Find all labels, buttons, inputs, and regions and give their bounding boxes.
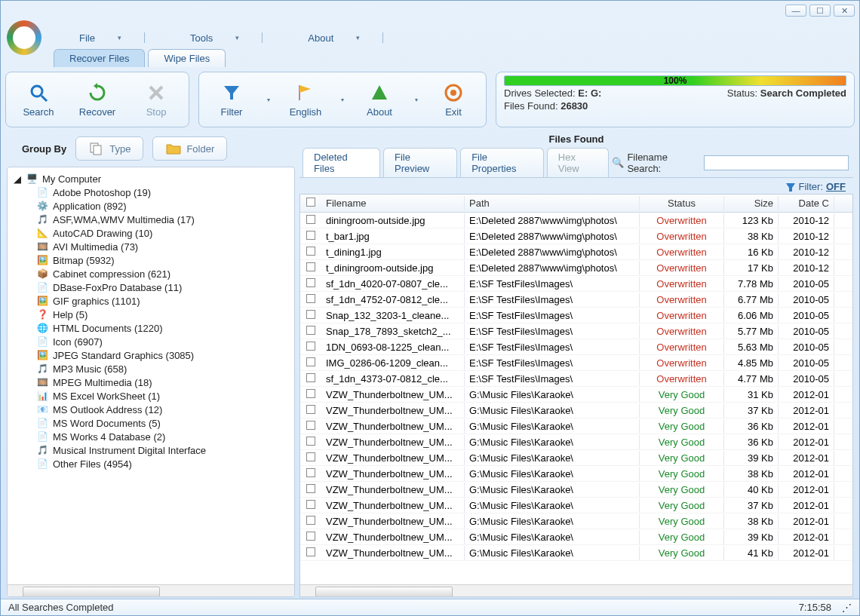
row-checkbox[interactable]	[306, 421, 315, 430]
row-checkbox[interactable]	[306, 262, 315, 271]
tree-item[interactable]: 🎵Musical Instrument Digital Interface	[15, 443, 293, 457]
table-body[interactable]: diningroom-outside.jpgE:\Deleted 2887\ww…	[300, 213, 852, 584]
filter-button[interactable]: Filter	[202, 75, 261, 124]
collapse-icon[interactable]: ◢	[14, 173, 21, 185]
table-row[interactable]: Snap_132_3203-1_cleane...E:\SF TestFiles…	[300, 308, 852, 323]
chevron-down-icon[interactable]: ▾	[341, 97, 344, 103]
tree-item[interactable]: 📧MS Outlook Address (12)	[15, 403, 293, 416]
close-button[interactable]: ✕	[834, 5, 855, 17]
tree-item[interactable]: 📄Icon (6907)	[15, 335, 293, 348]
tab-deleted-files[interactable]: Deleted Files	[303, 148, 380, 177]
col-date[interactable]: Date C	[779, 196, 834, 210]
chevron-down-icon[interactable]: ▾	[267, 97, 270, 103]
tab-file-properties[interactable]: File Properties	[460, 148, 544, 177]
table-row[interactable]: Snap_178_7893_sketch2_...E:\SF TestFiles…	[300, 323, 852, 339]
tree-item[interactable]: 📄MS Works 4 Database (2)	[15, 430, 293, 443]
col-status[interactable]: Status	[640, 196, 724, 210]
tree-item[interactable]: 📦Cabinet compression (621)	[15, 267, 293, 280]
language-button[interactable]: English	[276, 75, 335, 124]
row-checkbox[interactable]	[306, 547, 315, 556]
tab-file-preview[interactable]: File Preview	[383, 148, 457, 177]
menu-about[interactable]: About▾	[308, 32, 383, 44]
tree-item[interactable]: 🎞️AVI Multimedia (73)	[15, 240, 293, 253]
row-checkbox[interactable]	[306, 342, 315, 351]
row-checkbox[interactable]	[306, 231, 315, 240]
table-row[interactable]: VZW_Thunderboltnew_UM...G:\Music Files\K…	[300, 513, 852, 529]
tab-recover-files[interactable]: Recover Files	[54, 49, 145, 67]
table-row[interactable]: sf_1dn_4752-07-0812_cle...E:\SF TestFile…	[300, 292, 852, 308]
col-filename[interactable]: Filename	[321, 196, 465, 210]
select-all-checkbox[interactable]	[306, 198, 315, 207]
search-button[interactable]: Search	[9, 75, 68, 124]
tree-item[interactable]: 🎞️MPEG Multimedia (18)	[15, 375, 293, 389]
tree-item[interactable]: 📄MS Word Documents (5)	[15, 416, 293, 430]
groupby-folder-button[interactable]: Folder	[152, 136, 227, 161]
row-checkbox[interactable]	[306, 247, 315, 256]
table-row[interactable]: VZW_Thunderboltnew_UM...G:\Music Files\K…	[300, 403, 852, 418]
row-checkbox[interactable]	[306, 357, 315, 366]
table-row[interactable]: sf_1dn_4373-07-0812_cle...E:\SF TestFile…	[300, 371, 852, 387]
menu-tools[interactable]: Tools▾	[190, 32, 263, 44]
exit-button[interactable]: Exit	[424, 75, 483, 124]
table-row[interactable]: VZW_Thunderboltnew_UM...G:\Music Files\K…	[300, 498, 852, 513]
table-row[interactable]: IMG_0286-06-1209_clean...E:\SF TestFiles…	[300, 355, 852, 371]
table-row[interactable]: t_diningroom-outside.jpgE:\Deleted 2887\…	[300, 260, 852, 276]
tree-item[interactable]: 📄Other Files (4954)	[15, 457, 293, 470]
tab-hex-view[interactable]: Hex View	[547, 148, 610, 177]
table-row[interactable]: VZW_Thunderboltnew_UM...G:\Music Files\K…	[300, 545, 852, 561]
horizontal-scrollbar[interactable]	[8, 584, 294, 596]
row-checkbox[interactable]	[306, 326, 315, 335]
row-checkbox[interactable]	[306, 294, 315, 303]
row-checkbox[interactable]	[306, 215, 315, 224]
menu-file[interactable]: File▾	[79, 32, 145, 44]
tree-item[interactable]: 📐AutoCAD Drawing (10)	[15, 226, 293, 240]
table-row[interactable]: sf_1dn_4020-07-0807_cle...E:\SF TestFile…	[300, 276, 852, 292]
col-size[interactable]: Size	[724, 196, 779, 210]
row-checkbox[interactable]	[306, 516, 315, 525]
row-checkbox[interactable]	[306, 310, 315, 319]
row-checkbox[interactable]	[306, 405, 315, 414]
filter-status[interactable]: Filter: OFF	[299, 178, 853, 194]
row-checkbox[interactable]	[306, 484, 315, 493]
row-checkbox[interactable]	[306, 373, 315, 382]
tree-item[interactable]: 🖼️JPEG Standard Graphics (3085)	[15, 348, 293, 362]
table-row[interactable]: 1DN_0693-08-1225_clean...E:\SF TestFiles…	[300, 339, 852, 355]
row-checkbox[interactable]	[306, 278, 315, 287]
maximize-button[interactable]: ☐	[809, 5, 831, 17]
chevron-down-icon[interactable]: ▾	[415, 97, 418, 103]
table-row[interactable]: t_dining1.jpgE:\Deleted 2887\www\img\pho…	[300, 244, 852, 260]
minimize-button[interactable]: —	[785, 5, 806, 17]
resize-grip-icon[interactable]: ⋰	[842, 602, 852, 613]
tree-item[interactable]: 📊MS Excel WorkSheet (1)	[15, 389, 293, 403]
tree-item[interactable]: 🖼️GIF graphics (1101)	[15, 294, 293, 308]
table-row[interactable]: VZW_Thunderboltnew_UM...G:\Music Files\K…	[300, 482, 852, 498]
col-path[interactable]: Path	[465, 196, 640, 210]
table-row[interactable]: t_bar1.jpgE:\Deleted 2887\www\img\photos…	[300, 228, 852, 244]
tab-wipe-files[interactable]: Wipe Files	[148, 49, 226, 67]
table-row[interactable]: VZW_Thunderboltnew_UM...G:\Music Files\K…	[300, 434, 852, 450]
tree-item[interactable]: 📄Adobe Photoshop (19)	[15, 185, 293, 199]
groupby-type-button[interactable]: Type	[75, 136, 143, 161]
file-type-tree[interactable]: ◢ 🖥️ My Computer 📄Adobe Photoshop (19)⚙️…	[8, 167, 294, 584]
tree-item[interactable]: 🎵ASF,WMA,WMV Multimedia (17)	[15, 213, 293, 226]
tree-root[interactable]: ◢ 🖥️ My Computer	[14, 172, 293, 185]
row-checkbox[interactable]	[306, 500, 315, 509]
table-row[interactable]: VZW_Thunderboltnew_UM...G:\Music Files\K…	[300, 450, 852, 466]
tree-item[interactable]: 🖼️Bitmap (5932)	[15, 253, 293, 267]
tree-item[interactable]: 🌐HTML Documents (1220)	[15, 321, 293, 335]
table-row[interactable]: VZW_Thunderboltnew_UM...G:\Music Files\K…	[300, 418, 852, 434]
row-checkbox[interactable]	[306, 468, 315, 477]
horizontal-scrollbar[interactable]	[300, 584, 852, 596]
row-checkbox[interactable]	[306, 437, 315, 446]
filename-search-input[interactable]	[704, 155, 849, 170]
table-row[interactable]: VZW_Thunderboltnew_UM...G:\Music Files\K…	[300, 387, 852, 403]
tree-item[interactable]: 🎵MP3 Music (658)	[15, 362, 293, 375]
table-row[interactable]: VZW_Thunderboltnew_UM...G:\Music Files\K…	[300, 466, 852, 482]
row-checkbox[interactable]	[306, 532, 315, 541]
table-row[interactable]: VZW_Thunderboltnew_UM...G:\Music Files\K…	[300, 529, 852, 545]
table-row[interactable]: diningroom-outside.jpgE:\Deleted 2887\ww…	[300, 213, 852, 228]
about-button[interactable]: About	[350, 75, 409, 124]
tree-item[interactable]: ❓Help (5)	[15, 308, 293, 321]
recover-button[interactable]: Recover	[68, 75, 127, 124]
row-checkbox[interactable]	[306, 452, 315, 461]
